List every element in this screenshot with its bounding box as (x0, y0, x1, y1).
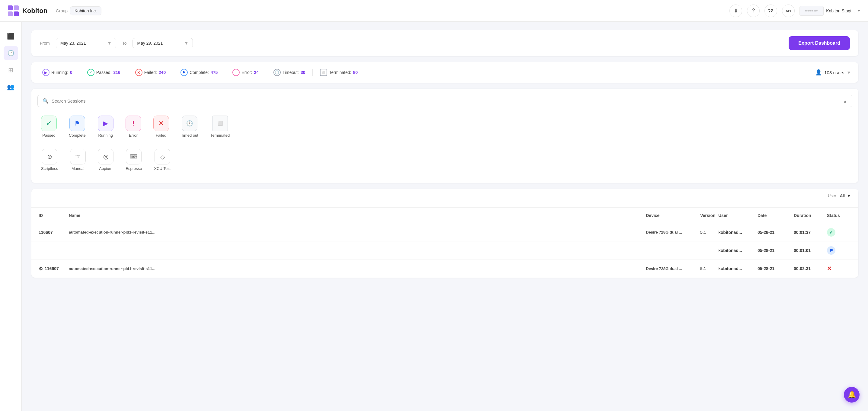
from-date-select[interactable]: May 23, 2021 ▼ (56, 38, 116, 48)
group-selector: Group Kobiton Inc. (56, 6, 101, 15)
search-input[interactable] (52, 98, 840, 103)
users-stat[interactable]: 👤 103 users ▼ (815, 69, 851, 76)
filter-chip-complete[interactable]: ⚑ Complete (65, 113, 89, 140)
complete-chip-label: Complete (69, 133, 86, 137)
help-button[interactable]: ? (747, 4, 760, 17)
to-date-select[interactable]: May 29, 2021 ▼ (132, 38, 193, 48)
stat-complete[interactable]: ⚑ Complete: 475 (177, 67, 221, 78)
help-icon: ? (752, 7, 755, 14)
filter-chip-scriptless[interactable]: ⊘ Scriptless (37, 146, 62, 173)
status-passed-icon: ✓ (827, 228, 835, 236)
filter-chip-failed[interactable]: ✕ Failed (150, 113, 173, 140)
stat-failed[interactable]: ✕ Failed: 240 (132, 67, 169, 78)
export-dashboard-button[interactable]: Export Dashboard (788, 36, 850, 50)
group-value[interactable]: Kobiton Inc. (70, 6, 101, 15)
divider-3 (173, 69, 173, 76)
download-button[interactable]: ⬇ (730, 4, 742, 17)
status-filter-chips: ✓ Passed ⚑ Complete ▶ Running ! Error (37, 113, 852, 140)
sidebar-item-sessions[interactable]: 🕐 (4, 46, 18, 60)
scriptless-chip-label: Scriptless (41, 166, 58, 171)
divider-1 (80, 69, 80, 76)
passed-chip-label: Passed (42, 133, 55, 137)
timeout-icon: 🕐 (273, 69, 281, 76)
table-row[interactable]: 116607 automated-execution-runner-pid1-r… (31, 223, 858, 242)
passed-chip-icon: ✓ (41, 116, 57, 131)
sidebar-item-users[interactable]: 👥 (4, 80, 18, 94)
running-value: 0 (70, 70, 72, 75)
stat-terminated[interactable]: ⬜ Terminated: 80 (316, 67, 361, 78)
filter-chip-espresso[interactable]: ⌨ Espresso (122, 146, 146, 173)
col-header-name: Name (69, 213, 646, 218)
terminated-chip-label: Terminated (210, 133, 230, 137)
espresso-chip-icon: ⌨ (126, 149, 142, 164)
user-menu[interactable]: kobiton.com Kobiton Stagi... ▼ (800, 6, 861, 16)
row-device: Desire 728G dual ... (646, 230, 700, 234)
stat-timeout[interactable]: 🕐 Timeout: 30 (270, 67, 309, 78)
filter-chip-timed-out[interactable]: 🕐 Timed out (178, 113, 202, 140)
failed-icon: ✕ (135, 69, 143, 76)
terminated-value: 80 (353, 70, 358, 75)
search-bar[interactable]: 🔍 ▲ (37, 95, 852, 107)
from-label: From (40, 41, 50, 45)
divider-4 (225, 69, 225, 76)
to-date-value: May 29, 2021 (137, 41, 163, 45)
table-row[interactable]: ⚙ 116607 automated-execution-runner-pid1… (31, 259, 858, 278)
svg-rect-2 (8, 11, 13, 16)
api-icon: API (785, 9, 791, 13)
filter-chip-manual[interactable]: ☞ Manual (66, 146, 89, 173)
complete-label: Complete: (189, 70, 209, 75)
xcuitest-chip-label: XCUITest (154, 166, 171, 171)
running-label: Running: (51, 70, 68, 75)
manual-chip-label: Manual (71, 166, 85, 171)
stat-running[interactable]: ▶ Running: 0 (39, 67, 76, 78)
row-date: 05-28-21 (757, 266, 794, 271)
col-header-duration: Duration (794, 213, 827, 218)
col-header-date: Date (757, 213, 794, 218)
content-area: 🔍 ▲ ✓ Passed ⚑ Complete ▶ (31, 89, 858, 278)
stat-passed[interactable]: ✓ Passed: 316 (84, 67, 124, 78)
complete-icon: ⚑ (181, 69, 188, 76)
filter-chip-passed[interactable]: ✓ Passed (37, 113, 60, 140)
passed-label: Passed: (96, 70, 112, 75)
row-user: kobitonad... (718, 266, 757, 271)
svg-rect-1 (14, 5, 19, 10)
row-version: 5.1 (700, 266, 718, 271)
terminated-label: Terminated: (329, 70, 351, 75)
user-filter-select[interactable]: All ▼ (840, 193, 851, 198)
failed-value: 240 (159, 70, 166, 75)
search-section: 🔍 ▲ ✓ Passed ⚑ Complete ▶ (31, 89, 858, 183)
api-button[interactable]: API (782, 4, 795, 17)
divider-2 (128, 69, 128, 76)
appium-chip-icon: ◎ (98, 149, 114, 164)
stat-error[interactable]: ! Error: 24 (229, 67, 262, 78)
filter-chip-xcuitest[interactable]: ◇ XCUITest (151, 146, 175, 173)
terminated-chip-icon: ⬜ (212, 116, 228, 131)
col-header-version: Version (700, 213, 718, 218)
filter-chip-error[interactable]: ! Error (122, 113, 145, 140)
error-icon: ! (232, 69, 240, 76)
navbar: Kobiton Group Kobiton Inc. ⬇ ? 🗺 API kob… (0, 0, 868, 22)
main-content: From May 23, 2021 ▼ To May 29, 2021 ▼ Ex… (22, 22, 868, 411)
map-button[interactable]: 🗺 (765, 4, 777, 17)
failed-chip-label: Failed (156, 133, 166, 137)
sidebar-item-apps[interactable]: ⊞ (4, 63, 18, 77)
sidebar-item-devices[interactable]: ⬛ (4, 29, 18, 43)
row-appium-icon: ⚙ (39, 266, 43, 272)
sessions-icon: 🕐 (7, 50, 14, 57)
stats-bar: ▶ Running: 0 ✓ Passed: 316 ✕ Failed: 240… (31, 62, 858, 83)
sidebar: ⬛ 🕐 ⊞ 👥 (0, 22, 22, 411)
table-row[interactable]: kobitonad... 05-28-21 00:01:01 ⚑ (31, 242, 858, 259)
filter-chip-running[interactable]: ▶ Running (94, 113, 117, 140)
row-version: 5.1 (700, 230, 718, 235)
divider-6 (312, 69, 313, 76)
failed-label: Failed: (144, 70, 157, 75)
svg-rect-3 (14, 11, 19, 16)
filter-chip-terminated[interactable]: ⬜ Terminated (207, 113, 233, 140)
sessions-table: User All ▼ ID Name Device Version User D… (31, 189, 858, 278)
notification-bell[interactable]: 🔔 (844, 387, 860, 403)
filter-chip-appium[interactable]: ◎ Appium (94, 146, 117, 173)
table-header: ID Name Device Version User Date Duratio… (31, 208, 858, 223)
search-collapse-icon[interactable]: ▲ (843, 99, 847, 103)
users-label: 103 users (824, 70, 844, 75)
devices-icon: ⬛ (7, 33, 14, 40)
